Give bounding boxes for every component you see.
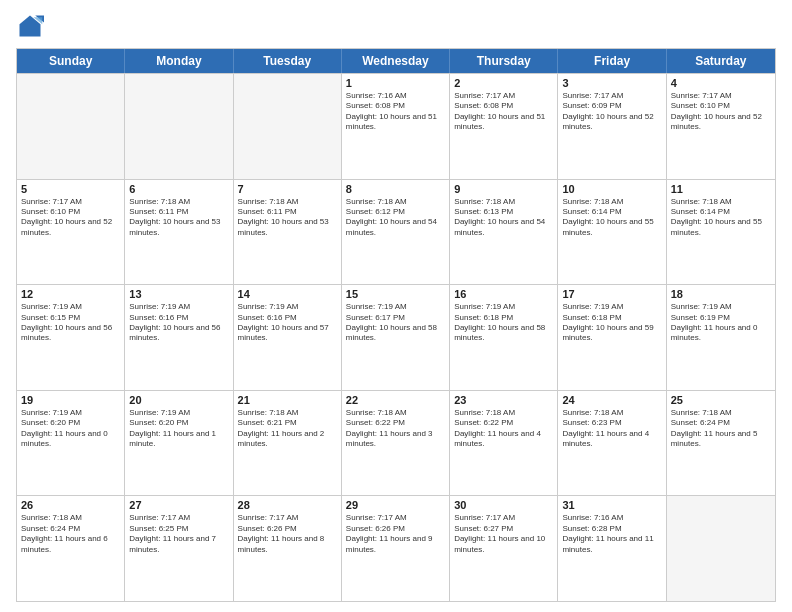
sunset-text: Sunset: 6:24 PM — [21, 524, 120, 534]
daylight-text: Daylight: 11 hours and 1 minute. — [129, 429, 228, 450]
day-number: 18 — [671, 288, 771, 300]
sunset-text: Sunset: 6:08 PM — [346, 101, 445, 111]
calendar-week-5: 26Sunrise: 7:18 AMSunset: 6:24 PMDayligh… — [17, 495, 775, 601]
daylight-text: Daylight: 10 hours and 55 minutes. — [671, 217, 771, 238]
day-number: 1 — [346, 77, 445, 89]
weekday-header-saturday: Saturday — [667, 49, 775, 73]
sunset-text: Sunset: 6:14 PM — [562, 207, 661, 217]
daylight-text: Daylight: 11 hours and 5 minutes. — [671, 429, 771, 450]
calendar-cell: 21Sunrise: 7:18 AMSunset: 6:21 PMDayligh… — [234, 391, 342, 496]
calendar-cell: 28Sunrise: 7:17 AMSunset: 6:26 PMDayligh… — [234, 496, 342, 601]
calendar-body: 1Sunrise: 7:16 AMSunset: 6:08 PMDaylight… — [17, 73, 775, 601]
day-number: 31 — [562, 499, 661, 511]
daylight-text: Daylight: 10 hours and 53 minutes. — [129, 217, 228, 238]
daylight-text: Daylight: 11 hours and 4 minutes. — [562, 429, 661, 450]
sunrise-text: Sunrise: 7:19 AM — [21, 302, 120, 312]
day-number: 28 — [238, 499, 337, 511]
sunrise-text: Sunrise: 7:19 AM — [346, 302, 445, 312]
sunrise-text: Sunrise: 7:17 AM — [21, 197, 120, 207]
sunset-text: Sunset: 6:20 PM — [129, 418, 228, 428]
sunset-text: Sunset: 6:18 PM — [562, 313, 661, 323]
sunset-text: Sunset: 6:16 PM — [238, 313, 337, 323]
sunset-text: Sunset: 6:11 PM — [238, 207, 337, 217]
page: SundayMondayTuesdayWednesdayThursdayFrid… — [0, 0, 792, 612]
calendar-cell: 23Sunrise: 7:18 AMSunset: 6:22 PMDayligh… — [450, 391, 558, 496]
logo — [16, 12, 48, 40]
day-number: 20 — [129, 394, 228, 406]
daylight-text: Daylight: 10 hours and 56 minutes. — [129, 323, 228, 344]
sunset-text: Sunset: 6:26 PM — [346, 524, 445, 534]
header — [16, 12, 776, 40]
sunrise-text: Sunrise: 7:18 AM — [346, 197, 445, 207]
sunset-text: Sunset: 6:09 PM — [562, 101, 661, 111]
day-number: 3 — [562, 77, 661, 89]
day-number: 17 — [562, 288, 661, 300]
weekday-header-monday: Monday — [125, 49, 233, 73]
sunrise-text: Sunrise: 7:17 AM — [454, 91, 553, 101]
calendar-week-2: 5Sunrise: 7:17 AMSunset: 6:10 PMDaylight… — [17, 179, 775, 285]
calendar-cell: 6Sunrise: 7:18 AMSunset: 6:11 PMDaylight… — [125, 180, 233, 285]
daylight-text: Daylight: 11 hours and 2 minutes. — [238, 429, 337, 450]
calendar-cell: 15Sunrise: 7:19 AMSunset: 6:17 PMDayligh… — [342, 285, 450, 390]
sunrise-text: Sunrise: 7:18 AM — [238, 408, 337, 418]
sunrise-text: Sunrise: 7:16 AM — [562, 513, 661, 523]
sunrise-text: Sunrise: 7:19 AM — [454, 302, 553, 312]
calendar-cell: 4Sunrise: 7:17 AMSunset: 6:10 PMDaylight… — [667, 74, 775, 179]
sunset-text: Sunset: 6:11 PM — [129, 207, 228, 217]
day-number: 27 — [129, 499, 228, 511]
sunrise-text: Sunrise: 7:18 AM — [562, 197, 661, 207]
daylight-text: Daylight: 10 hours and 55 minutes. — [562, 217, 661, 238]
sunset-text: Sunset: 6:16 PM — [129, 313, 228, 323]
weekday-header-friday: Friday — [558, 49, 666, 73]
daylight-text: Daylight: 11 hours and 10 minutes. — [454, 534, 553, 555]
day-number: 24 — [562, 394, 661, 406]
calendar-cell — [17, 74, 125, 179]
day-number: 16 — [454, 288, 553, 300]
calendar-cell: 19Sunrise: 7:19 AMSunset: 6:20 PMDayligh… — [17, 391, 125, 496]
sunset-text: Sunset: 6:12 PM — [346, 207, 445, 217]
sunset-text: Sunset: 6:24 PM — [671, 418, 771, 428]
daylight-text: Daylight: 10 hours and 52 minutes. — [562, 112, 661, 133]
sunrise-text: Sunrise: 7:18 AM — [238, 197, 337, 207]
calendar-cell: 5Sunrise: 7:17 AMSunset: 6:10 PMDaylight… — [17, 180, 125, 285]
sunrise-text: Sunrise: 7:19 AM — [129, 302, 228, 312]
daylight-text: Daylight: 11 hours and 3 minutes. — [346, 429, 445, 450]
sunset-text: Sunset: 6:22 PM — [454, 418, 553, 428]
sunrise-text: Sunrise: 7:17 AM — [346, 513, 445, 523]
sunset-text: Sunset: 6:20 PM — [21, 418, 120, 428]
sunset-text: Sunset: 6:28 PM — [562, 524, 661, 534]
sunset-text: Sunset: 6:08 PM — [454, 101, 553, 111]
sunrise-text: Sunrise: 7:18 AM — [129, 197, 228, 207]
sunrise-text: Sunrise: 7:17 AM — [671, 91, 771, 101]
day-number: 30 — [454, 499, 553, 511]
calendar-cell — [667, 496, 775, 601]
sunset-text: Sunset: 6:19 PM — [671, 313, 771, 323]
calendar-cell: 31Sunrise: 7:16 AMSunset: 6:28 PMDayligh… — [558, 496, 666, 601]
day-number: 6 — [129, 183, 228, 195]
calendar-cell: 13Sunrise: 7:19 AMSunset: 6:16 PMDayligh… — [125, 285, 233, 390]
day-number: 5 — [21, 183, 120, 195]
calendar-cell: 3Sunrise: 7:17 AMSunset: 6:09 PMDaylight… — [558, 74, 666, 179]
day-number: 14 — [238, 288, 337, 300]
calendar-cell: 20Sunrise: 7:19 AMSunset: 6:20 PMDayligh… — [125, 391, 233, 496]
day-number: 12 — [21, 288, 120, 300]
day-number: 10 — [562, 183, 661, 195]
sunset-text: Sunset: 6:10 PM — [21, 207, 120, 217]
sunrise-text: Sunrise: 7:18 AM — [671, 197, 771, 207]
weekday-header-sunday: Sunday — [17, 49, 125, 73]
sunrise-text: Sunrise: 7:17 AM — [562, 91, 661, 101]
sunrise-text: Sunrise: 7:18 AM — [454, 408, 553, 418]
daylight-text: Daylight: 10 hours and 59 minutes. — [562, 323, 661, 344]
day-number: 19 — [21, 394, 120, 406]
day-number: 7 — [238, 183, 337, 195]
weekday-header-tuesday: Tuesday — [234, 49, 342, 73]
calendar-cell: 29Sunrise: 7:17 AMSunset: 6:26 PMDayligh… — [342, 496, 450, 601]
sunset-text: Sunset: 6:23 PM — [562, 418, 661, 428]
calendar-cell: 1Sunrise: 7:16 AMSunset: 6:08 PMDaylight… — [342, 74, 450, 179]
day-number: 15 — [346, 288, 445, 300]
sunrise-text: Sunrise: 7:18 AM — [21, 513, 120, 523]
sunrise-text: Sunrise: 7:17 AM — [238, 513, 337, 523]
daylight-text: Daylight: 10 hours and 51 minutes. — [346, 112, 445, 133]
calendar-cell: 7Sunrise: 7:18 AMSunset: 6:11 PMDaylight… — [234, 180, 342, 285]
sunrise-text: Sunrise: 7:19 AM — [238, 302, 337, 312]
